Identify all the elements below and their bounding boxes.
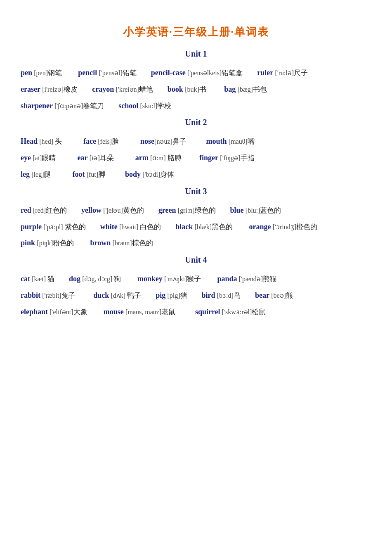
word-item: cat [kæt] 猫	[21, 275, 56, 283]
word-item: crayon ['kreiən]蜡笔	[92, 85, 155, 93]
word-item: eye [ai]眼睛	[21, 154, 58, 162]
word-item: pen [pen]钢笔	[21, 69, 64, 77]
unit-1-line-2: eraser [i'reizə]橡皮 crayon ['kreiən]蜡笔 bo…	[17, 82, 375, 97]
word-item: sharpener ['ʃɑ:pənə]卷笔刀	[21, 102, 106, 110]
word-item: bag [bæg]书包	[224, 85, 267, 93]
word-item: foot [fut]脚	[72, 171, 107, 178]
word-item: white [hwait] 白色的	[100, 223, 163, 231]
page-title: 小学英语·三年级上册·单词表	[17, 25, 375, 39]
word-item: school [sku:l]学校	[118, 102, 171, 110]
word-item: pig [pig]猪	[156, 292, 189, 299]
unit-3-line-1: red [red]红色的 yellow ['jeləu]黄色的 green [g…	[17, 203, 375, 218]
word-item: book [buk]书	[168, 85, 208, 93]
word-item: nose[nəuz]鼻子	[140, 138, 188, 145]
unit-1-line-3: sharpener ['ʃɑ:pənə]卷笔刀 school [sku:l]学校	[17, 98, 375, 114]
word-item: eraser [i'reizə]橡皮	[21, 85, 79, 93]
word-item: arm [ɑ:m] 胳膊	[135, 154, 183, 162]
word-item: elephant ['elifənt]大象	[21, 308, 89, 316]
word-item: duck [dʌk] 鸭子	[93, 292, 143, 299]
unit-1-line-1: pen [pen]钢笔 pencil ['pensəl]铅笔 pencil-ca…	[17, 65, 375, 81]
word-item: green [gri:n]绿色的	[158, 206, 217, 214]
word-item: pink [piŋk]粉色的	[21, 239, 76, 247]
unit-4-title: Unit 4	[17, 255, 375, 265]
unit-2-title: Unit 2	[17, 118, 375, 127]
word-item: ear [iə]耳朵	[77, 154, 116, 162]
word-item: dog [dɔg, dɔ:g] 狗	[69, 275, 123, 283]
word-item: finger ['fiŋgə]手指	[199, 154, 254, 162]
word-item: mouse [maus, mauz]老鼠	[104, 308, 177, 316]
unit-4-line-2: rabbit ['ræbit]兔子 duck [dʌk] 鸭子 pig [pig…	[17, 288, 375, 304]
unit-2-line-1: Head [hed] 头 face [feis]脸 nose[nəuz]鼻子 m…	[17, 134, 375, 149]
unit-2-line-3: leg [leg]腿 foot [fut]脚 body ['bɔdi]身体	[17, 167, 375, 183]
word-item: yellow ['jeləu]黄色的	[81, 206, 146, 214]
word-item: rabbit ['ræbit]兔子	[21, 292, 77, 299]
word-item: body ['bɔdi]身体	[125, 171, 174, 178]
unit-4-line-1: cat [kæt] 猫 dog [dɔg, dɔ:g] 狗 monkey ['m…	[17, 271, 375, 287]
unit-1-title: Unit 1	[17, 49, 375, 59]
unit-3-title: Unit 3	[17, 187, 375, 196]
word-item: pencil ['pensəl]铅笔	[78, 69, 138, 77]
word-item: brown [braun]棕色的	[90, 239, 153, 247]
word-item: squirrel ['skwɜ:rəl]松鼠	[195, 308, 266, 316]
word-item: red [red]红色的	[21, 206, 68, 214]
word-item: Head [hed] 头	[21, 138, 64, 145]
unit-1-section: Unit 1 pen [pen]钢笔 pencil ['pensəl]铅笔 pe…	[17, 49, 375, 114]
unit-3-line-2: purple ['pɜ:pl] 紫色的 white [hwait] 白色的 bl…	[17, 219, 375, 235]
word-item: black [blæk]黑色的	[175, 223, 234, 231]
word-item: leg [leg]腿	[21, 171, 53, 178]
word-item: mouth [mauθ]嘴	[206, 138, 255, 145]
word-item: bird [bɜ:d]鸟	[202, 292, 243, 299]
word-item: pencil-case ['pensəlkeis]铅笔盒	[151, 69, 245, 77]
word-item: face [feis]脸	[83, 138, 120, 145]
unit-3-section: Unit 3 red [red]红色的 yellow ['jeləu]黄色的 g…	[17, 187, 375, 251]
unit-4-section: Unit 4 cat [kæt] 猫 dog [dɔg, dɔ:g] 狗 mon…	[17, 255, 375, 320]
unit-2-line-2: eye [ai]眼睛 ear [iə]耳朵 arm [ɑ:m] 胳膊 finge…	[17, 150, 375, 166]
unit-3-line-3: pink [piŋk]粉色的 brown [braun]棕色的	[17, 235, 375, 251]
unit-2-section: Unit 2 Head [hed] 头 face [feis]脸 nose[nə…	[17, 118, 375, 182]
word-item: blue [blu:]蓝色的	[230, 206, 281, 214]
word-item: bear [beə]熊	[255, 292, 293, 299]
unit-4-line-3: elephant ['elifənt]大象 mouse [maus, mauz]…	[17, 304, 375, 320]
word-item: orange ['ɔrindʒ]橙色的	[249, 223, 317, 231]
word-item: panda ['pændə]熊猫	[217, 275, 277, 283]
word-item: monkey ['mʌŋki]猴子	[137, 275, 203, 283]
word-item: purple ['pɜ:pl] 紫色的	[21, 223, 87, 231]
page-container: 小学英语·三年级上册·单词表 Unit 1 pen [pen]钢笔 pencil…	[17, 25, 375, 320]
word-item: ruler ['ru:lə]尺子	[257, 69, 308, 77]
